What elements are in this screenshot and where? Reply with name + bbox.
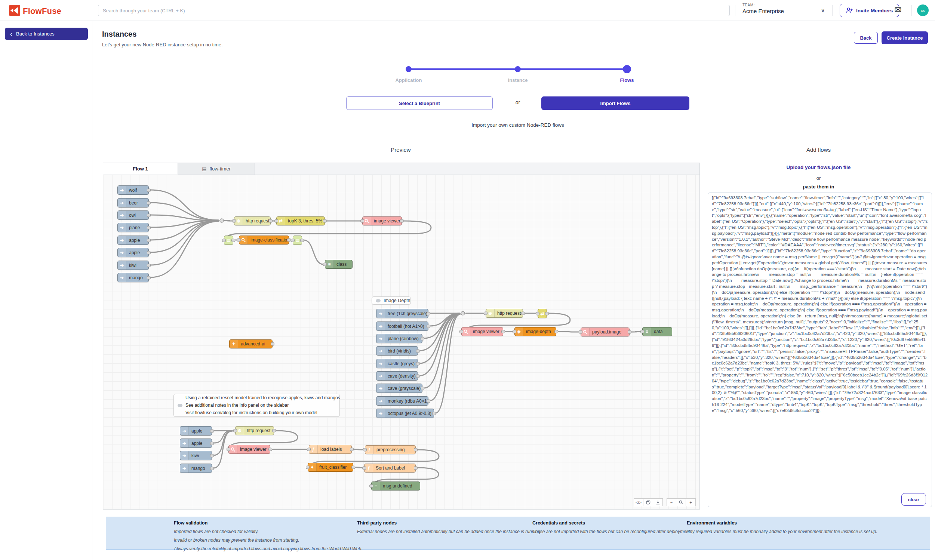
flow-node-kiwi[interactable]: ➔kiwi — [180, 451, 212, 460]
input-port[interactable] — [222, 238, 226, 242]
input-port[interactable] — [362, 466, 366, 470]
flow-node-apple[interactable]: ➔apple — [180, 426, 212, 435]
input-port[interactable] — [512, 330, 516, 334]
output-port[interactable] — [272, 429, 276, 432]
flow-node-advanced-ai[interactable]: ✦advanced-ai — [229, 340, 272, 348]
flow-junction[interactable] — [220, 219, 224, 222]
output-port[interactable] — [421, 337, 424, 340]
flow-node-sort-and-label[interactable]: ƒSort and Label — [364, 463, 416, 472]
output-port[interactable] — [268, 448, 272, 451]
tab-flow-1[interactable]: Flow 1 — [103, 163, 178, 175]
input-port[interactable] — [307, 448, 311, 451]
flow-node-fruit-classifier[interactable]: ✦fruit_classifier — [308, 463, 353, 472]
output-port[interactable] — [231, 238, 235, 242]
input-port[interactable] — [232, 220, 236, 223]
output-port[interactable] — [501, 330, 505, 334]
output-port[interactable] — [421, 386, 424, 390]
flowfuse-logo[interactable]: FlowFuse — [9, 5, 61, 18]
flows-json-textarea[interactable] — [708, 192, 932, 507]
flow-node-octopus-jet-a0-9-0-3-[interactable]: ➔octopus (jet A0.9>0.3) — [376, 409, 434, 418]
flow-node-plane[interactable]: ➔plane — [117, 223, 149, 232]
flow-node-load-labels[interactable]: ƒload labels — [309, 445, 352, 454]
output-port[interactable] — [545, 312, 549, 315]
output-port[interactable] — [416, 374, 420, 378]
flow-node-mango[interactable]: ➔mango — [180, 463, 212, 473]
output-port[interactable] — [210, 454, 214, 457]
flow-junction[interactable] — [461, 311, 465, 315]
input-port[interactable] — [484, 312, 487, 315]
output-port[interactable] — [147, 201, 151, 205]
output-port[interactable] — [350, 448, 354, 451]
canvas-toolbar-download-icon[interactable] — [653, 498, 663, 506]
input-port[interactable] — [369, 485, 373, 488]
chevron-down-icon[interactable]: ∨ — [821, 8, 825, 14]
output-port[interactable] — [432, 412, 436, 415]
output-port[interactable] — [427, 325, 430, 328]
input-port[interactable] — [323, 263, 327, 266]
flow-node-image-viewer[interactable]: image viewer — [228, 445, 270, 454]
input-port[interactable] — [536, 312, 540, 315]
flow-node-image-viewer[interactable]: image viewer — [461, 327, 503, 336]
input-port[interactable] — [640, 330, 644, 334]
back-to-instances-button[interactable]: ‹ Back to Instances — [5, 28, 88, 40]
flow-node-image-viewer[interactable]: image viewer — [362, 217, 402, 225]
flow-node-mango[interactable]: ➔mango — [117, 273, 149, 282]
mail-icon[interactable]: ✉ — [894, 5, 901, 15]
input-port[interactable] — [274, 220, 278, 223]
create-instance-button[interactable]: Create Instance — [881, 31, 928, 44]
flow-node-http-request[interactable]: ⊕http request — [234, 217, 271, 225]
output-port[interactable] — [147, 226, 151, 229]
select-blueprint-button[interactable]: Select a Blueprint — [346, 97, 493, 110]
output-port[interactable] — [287, 238, 291, 242]
output-port[interactable] — [414, 448, 418, 452]
output-port[interactable] — [271, 342, 274, 346]
input-port[interactable] — [291, 238, 295, 242]
canvas-toolbar-code-icon[interactable]: </> — [634, 498, 643, 506]
output-port[interactable] — [210, 442, 214, 445]
input-port[interactable] — [237, 238, 241, 242]
flow-node-subsm[interactable]: ≣ — [224, 235, 233, 245]
output-port[interactable] — [628, 331, 631, 334]
flow-node-monkey-rdbu-a0-1-[interactable]: ➔monkey (rdbu A0>1) — [376, 396, 428, 406]
step-dot-instance[interactable] — [515, 66, 521, 72]
clear-button[interactable]: clear — [901, 493, 926, 506]
flow-node-bird-viridis-[interactable]: ➔bird (viridis) — [376, 346, 418, 355]
avatar[interactable]: cs — [917, 5, 929, 16]
flow-canvas[interactable]: ➔wolf➔beer➔owl➔plane➔apple➔apple➔kiwi➔ma… — [103, 175, 700, 509]
flow-node-http-request[interactable]: ⊕http request — [235, 426, 274, 435]
flow-node-http-request[interactable]: ⊕http request — [486, 309, 523, 318]
output-port[interactable] — [147, 214, 151, 217]
output-port[interactable] — [210, 429, 214, 432]
flow-node-chsm[interactable]: ⇄ — [538, 309, 547, 318]
output-port[interactable] — [147, 238, 151, 242]
flow-node-msg-undefined[interactable]: ≡msg.undefined — [371, 482, 420, 491]
flow-node-data[interactable]: ≡data — [642, 327, 672, 336]
import-flows-button[interactable]: Import Flows — [541, 97, 689, 110]
canvas-toolbar-search-icon[interactable] — [676, 498, 686, 506]
output-port[interactable] — [147, 251, 151, 254]
step-dot-flows[interactable] — [623, 65, 631, 73]
flow-node-preprocessing[interactable]: ƒpreprocessing — [365, 445, 416, 454]
output-port[interactable] — [416, 349, 420, 352]
output-port[interactable] — [554, 330, 558, 334]
output-port[interactable] — [269, 220, 272, 223]
invite-members-button[interactable]: Invite Members — [840, 4, 899, 17]
flow-comment-node[interactable]: Using a retrained resnet model trained t… — [174, 394, 340, 417]
output-port[interactable] — [210, 466, 214, 470]
team-selector[interactable]: TEAM: Acme Enterprise — [743, 3, 784, 14]
upload-flows-link[interactable]: Upload your flows.json file — [702, 165, 935, 170]
tab-flow-timer[interactable]: ▤ flow-timer — [178, 163, 255, 175]
output-port[interactable] — [300, 238, 304, 242]
flow-node-football-hot-a1-0-[interactable]: ➔football (hot A1>0) — [376, 322, 428, 331]
step-dot-application[interactable] — [406, 66, 412, 72]
flow-node-payload-image[interactable]: payload.image — [581, 328, 630, 337]
flow-node-kiwi[interactable]: ➔kiwi — [117, 260, 149, 270]
output-port[interactable] — [147, 263, 151, 267]
canvas-toolbar-copy-icon[interactable] — [643, 498, 653, 506]
output-port[interactable] — [521, 312, 525, 315]
input-port[interactable] — [460, 330, 463, 334]
input-port[interactable] — [579, 331, 583, 334]
flow-comment-node[interactable]: Image Depth — [372, 297, 411, 305]
flow-node-castle-greys-[interactable]: ➔castle (greys) — [376, 359, 418, 368]
back-button[interactable]: Back — [854, 32, 878, 44]
